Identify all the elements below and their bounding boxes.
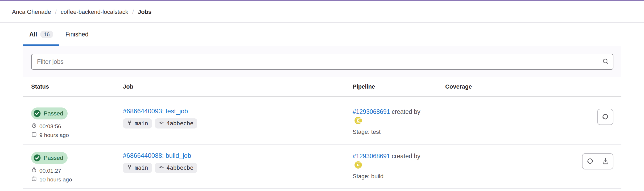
ref-badges: main 4abbecbe (123, 118, 353, 128)
duration-value: 00:01:27 (39, 168, 61, 174)
breadcrumb-separator: / (132, 9, 134, 15)
actions-cell (522, 107, 621, 125)
status-cell: Passed 00:03:56 (31, 107, 123, 139)
filter-jobs-input[interactable] (32, 54, 598, 69)
retry-icon (586, 157, 594, 166)
job-duration: 00:01:27 (31, 167, 123, 174)
branch-ref-badge[interactable]: main (123, 118, 152, 128)
jobs-table-header: Status Job Pipeline Coverage (23, 77, 621, 97)
breadcrumb-separator: / (55, 9, 57, 15)
active-tab-indicator (23, 44, 59, 46)
content-left-divider (1, 23, 1, 191)
stopwatch-icon (31, 123, 37, 130)
pipeline-cell: #1293068691 created by Stage: test (353, 107, 445, 135)
jobs-page-content: All 16 Finished Status Job Pipeline (23, 23, 621, 189)
pipeline-cell: #1293068691 created by Stage: build (353, 152, 445, 180)
pipeline-stage: Stage: test (353, 128, 445, 135)
job-link[interactable]: #6866440088: build_job (123, 152, 191, 159)
job-cell: #6866440093: test_job main (123, 107, 353, 128)
pipeline-author-avatar[interactable] (354, 117, 362, 124)
download-icon (602, 157, 609, 166)
column-header-status: Status (31, 83, 123, 90)
actions-cell (522, 152, 621, 169)
column-header-job: Job (123, 83, 353, 90)
pipeline-info: #1293068691 created by (353, 107, 427, 124)
ref-badges: main 4abbecbe (123, 163, 353, 173)
breadcrumb-group[interactable]: Anca Ghenade (12, 9, 51, 15)
job-actions (597, 109, 613, 125)
commit-sha-badge[interactable]: 4abbecbe (155, 163, 197, 173)
finished-time-value: 9 hours ago (39, 132, 69, 138)
retry-icon (601, 113, 609, 121)
retry-job-button[interactable] (598, 109, 613, 124)
retry-job-button[interactable] (583, 154, 598, 169)
job-status-badge[interactable]: Passed (31, 107, 68, 119)
git-branch-icon (127, 120, 132, 127)
status-label: Passed (44, 110, 63, 117)
download-artifacts-button[interactable] (598, 154, 613, 169)
status-success-icon (33, 109, 41, 118)
job-link[interactable]: #6866440093: test_job (123, 107, 188, 115)
breadcrumb: Anca Ghenade / coffee-backend-localstack… (12, 9, 151, 15)
git-commit-icon (159, 120, 164, 127)
commit-sha: 4abbecbe (167, 165, 193, 171)
breadcrumb-current-jobs: Jobs (138, 9, 151, 15)
pipeline-link[interactable]: #1293068691 (353, 153, 390, 160)
commit-sha-badge[interactable]: 4abbecbe (155, 118, 197, 128)
status-label: Passed (44, 155, 63, 161)
pipeline-info: #1293068691 created by (353, 152, 427, 169)
column-header-coverage: Coverage (445, 83, 522, 90)
job-row: Passed 00:03:56 (23, 97, 621, 145)
search-icon (602, 58, 609, 66)
tab-finished[interactable]: Finished (59, 23, 95, 46)
job-row: Passed 00:01:27 (23, 145, 621, 189)
column-header-pipeline: Pipeline (353, 83, 445, 90)
git-commit-icon (159, 164, 164, 171)
finished-time-value: 10 hours ago (39, 176, 72, 183)
breadcrumb-project[interactable]: coffee-backend-localstack (61, 9, 128, 15)
pipeline-stage: Stage: build (353, 173, 445, 180)
branch-name: main (135, 120, 148, 127)
filter-input-group (31, 54, 613, 70)
branch-ref-badge[interactable]: main (123, 163, 152, 173)
breadcrumb-bar: Anca Ghenade / coffee-backend-localstack… (0, 1, 644, 23)
status-success-icon (33, 154, 41, 162)
jobs-filter-panel (23, 46, 621, 77)
pipeline-created-text: created by (392, 108, 420, 115)
calendar-icon (31, 131, 37, 139)
jobs-scope-tabs: All 16 Finished (23, 23, 621, 46)
commit-sha: 4abbecbe (167, 120, 193, 127)
duration-value: 00:03:56 (39, 123, 61, 130)
search-button[interactable] (598, 54, 613, 69)
pipeline-link[interactable]: #1293068691 (353, 108, 390, 115)
pipeline-author-avatar[interactable] (354, 161, 362, 169)
tab-all-label: All (29, 31, 37, 38)
branch-name: main (135, 165, 148, 171)
tab-all-count-badge: 16 (40, 31, 53, 38)
job-finished-time: 10 hours ago (31, 176, 123, 183)
job-finished-time: 9 hours ago (31, 131, 123, 139)
status-cell: Passed 00:01:27 (31, 152, 123, 183)
calendar-icon (31, 176, 37, 183)
pipeline-created-text: created by (392, 153, 420, 160)
git-branch-icon (127, 164, 132, 171)
stopwatch-icon (31, 167, 37, 174)
tab-finished-label: Finished (65, 31, 89, 38)
job-cell: #6866440088: build_job main (123, 152, 353, 173)
job-duration: 00:03:56 (31, 123, 123, 130)
job-actions (582, 153, 613, 169)
job-status-badge[interactable]: Passed (31, 152, 68, 164)
tab-all[interactable]: All 16 (23, 23, 59, 46)
